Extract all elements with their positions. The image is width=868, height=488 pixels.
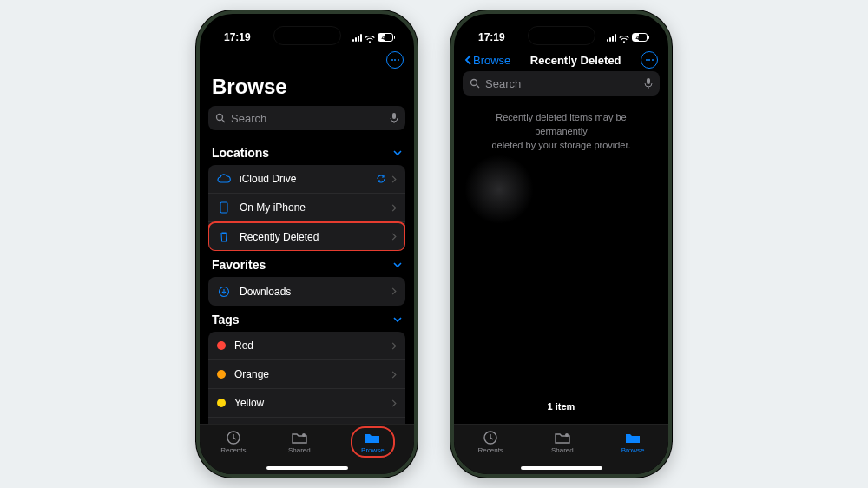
screen: Browse Search Locations iCloud Drive On …: [200, 50, 414, 474]
clock-icon: [225, 430, 242, 445]
location-onmyiphone[interactable]: On My iPhone: [208, 194, 405, 222]
screen: Browse Recently Deleted Search Recently …: [454, 50, 668, 474]
phone-right: 17:19 42 Browse Recently Deleted Search …: [450, 10, 672, 478]
folder-icon: [364, 430, 381, 445]
chevron-right-icon: [391, 371, 397, 379]
trash-icon: [217, 231, 231, 243]
svg-rect-9: [647, 78, 650, 84]
folder-shared-icon: [291, 430, 308, 445]
tab-browse[interactable]: Browse: [621, 430, 645, 454]
home-indicator[interactable]: [266, 466, 348, 470]
svg-line-1: [222, 120, 225, 122]
locations-list: iCloud Drive On My iPhone Recently Delet…: [208, 165, 405, 251]
tag-red[interactable]: Red: [208, 332, 405, 360]
chevron-down-icon: [393, 148, 402, 157]
search-field[interactable]: Search: [208, 106, 405, 130]
location-icloud[interactable]: iCloud Drive: [208, 165, 405, 194]
favorite-downloads[interactable]: Downloads: [208, 277, 405, 306]
svg-line-8: [477, 85, 479, 88]
chevron-left-icon: [464, 55, 471, 65]
search-field[interactable]: Search: [463, 71, 660, 96]
nav-title: Recently Deleted: [530, 54, 621, 67]
search-placeholder: Search: [231, 112, 266, 125]
status-indicators: 42: [607, 33, 650, 42]
svg-point-6: [302, 433, 306, 437]
svg-point-11: [565, 433, 569, 437]
sync-icon: [376, 174, 386, 184]
wifi-icon: [365, 34, 375, 42]
chevron-right-icon: [391, 175, 397, 183]
tag-yellow[interactable]: Yellow: [208, 389, 405, 418]
wifi-icon: [619, 34, 629, 42]
tag-dot-icon: [217, 370, 226, 379]
svg-rect-2: [392, 113, 396, 119]
page-title: Browse: [200, 71, 414, 106]
battery-icon: 42: [378, 33, 396, 42]
status-time: 17:19: [478, 31, 505, 43]
folder-shared-icon: [554, 430, 571, 445]
status-time: 17:19: [224, 31, 251, 43]
location-recentlydeleted[interactable]: Recently Deleted: [208, 222, 405, 251]
more-button[interactable]: [386, 51, 404, 69]
tag-dot-icon: [217, 399, 226, 407]
search-icon: [470, 78, 480, 89]
chevron-right-icon: [391, 399, 397, 407]
tab-browse[interactable]: Browse: [352, 428, 393, 456]
tab-shared[interactable]: Shared: [551, 430, 574, 454]
search-placeholder: Search: [485, 77, 521, 90]
favorites-header[interactable]: Favorites: [200, 251, 414, 277]
locations-header[interactable]: Locations: [200, 139, 414, 165]
nav-bar: Browse Recently Deleted: [454, 50, 668, 71]
cloud-icon: [217, 174, 231, 184]
item-count: 1 item: [454, 401, 668, 412]
favorites-list: Downloads: [208, 277, 405, 306]
chevron-right-icon: [391, 342, 397, 350]
folder-icon: [624, 430, 641, 445]
chevron-right-icon: [391, 233, 397, 241]
phone-left: 17:19 42 Browse Search Locations iClo: [196, 10, 418, 478]
back-button[interactable]: Browse: [464, 54, 510, 67]
nav-bar: [200, 50, 414, 71]
signal-icon: [352, 34, 362, 42]
tab-recents[interactable]: Recents: [220, 430, 246, 454]
signal-icon: [607, 34, 616, 42]
tags-header[interactable]: Tags: [200, 306, 414, 332]
tab-recents[interactable]: Recents: [478, 430, 503, 454]
mic-icon[interactable]: [644, 77, 653, 89]
tag-dot-icon: [217, 341, 226, 350]
svg-point-7: [471, 80, 477, 86]
clock-icon: [482, 430, 499, 445]
chevron-down-icon: [393, 260, 402, 269]
home-indicator[interactable]: [521, 466, 602, 470]
chevron-right-icon: [391, 287, 397, 295]
mic-icon[interactable]: [390, 112, 398, 124]
empty-message: Recently deleted items may be permanentl…: [454, 104, 668, 160]
svg-point-0: [217, 115, 223, 121]
status-indicators: 42: [352, 33, 396, 42]
tag-orange[interactable]: Orange: [208, 360, 405, 389]
notch: [528, 26, 595, 45]
more-button[interactable]: [641, 51, 658, 69]
notch: [273, 26, 341, 45]
chevron-down-icon: [393, 315, 402, 324]
svg-rect-3: [220, 202, 227, 213]
tab-shared[interactable]: Shared: [288, 430, 311, 454]
blurred-thumbnail[interactable]: [464, 155, 534, 224]
search-icon: [215, 113, 226, 123]
chevron-right-icon: [391, 204, 397, 212]
download-icon: [217, 286, 231, 298]
phone-icon: [217, 201, 231, 214]
battery-icon: 42: [632, 33, 650, 42]
